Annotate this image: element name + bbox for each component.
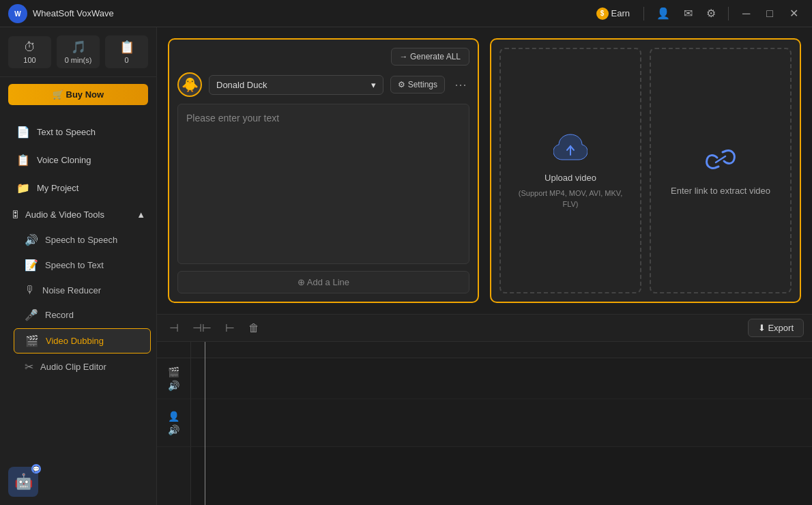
- more-options-button[interactable]: ⋯: [452, 76, 469, 93]
- track-video-icon[interactable]: 🎬: [168, 366, 179, 377]
- voice-dropdown[interactable]: Donald Duck ▾: [209, 75, 383, 95]
- sidebar-item-voice-cloning[interactable]: 📋 Voice Cloning: [5, 147, 151, 173]
- timeline-tool-split-mid[interactable]: ⊣⊢: [188, 319, 216, 337]
- tts-panel: → Generate ALL 🐥 Donald Duck ▾ ⚙ Setting…: [168, 38, 479, 303]
- sidebar-item-record[interactable]: 🎤 Record: [14, 303, 151, 327]
- speech-to-text-label: Speech to Text: [45, 260, 104, 270]
- account-icon-button[interactable]: 👤: [652, 4, 674, 23]
- projects-icon: 📋: [119, 40, 134, 55]
- earn-button[interactable]: $ Earn: [591, 5, 635, 23]
- video-dubbing-label: Video Dubbing: [46, 336, 104, 346]
- sidebar-stats: ⏱ 100 🎵 0 min(s) 📋 0: [0, 27, 156, 77]
- sidebar-item-video-dubbing[interactable]: 🎬 Video Dubbing: [14, 328, 151, 354]
- timeline-content: 🎬 🔊 👤 🔊: [157, 342, 812, 505]
- chevron-up-icon: ▲: [136, 210, 145, 220]
- app-title: WheatSoft VoxWave: [33, 8, 591, 18]
- chatbot-area[interactable]: 🤖 💬: [0, 459, 156, 505]
- content-top: → Generate ALL 🐥 Donald Duck ▾ ⚙ Setting…: [157, 27, 812, 314]
- sidebar-item-text-to-speech[interactable]: 📄 Text to Speech: [5, 119, 151, 145]
- voice-selector-row: 🐥 Donald Duck ▾ ⚙ Settings ⋯: [177, 72, 469, 97]
- minutes-icon: 🎵: [71, 40, 86, 55]
- sidebar-item-speech-to-text[interactable]: 📝 Speech to Text: [14, 253, 151, 277]
- text-input[interactable]: Please enter your text: [177, 104, 469, 264]
- mail-icon-button[interactable]: ✉: [680, 4, 697, 23]
- track-control-1: 🎬 🔊: [157, 358, 191, 399]
- buy-now-button[interactable]: 🛒 Buy Now: [8, 84, 148, 105]
- settings-icon-button[interactable]: ⚙: [702, 4, 720, 23]
- main-layout: ⏱ 100 🎵 0 min(s) 📋 0 🛒 Buy Now 📄 Text to…: [0, 27, 812, 505]
- tts-top-bar: → Generate ALL: [177, 48, 469, 66]
- audio-clip-editor-icon: ✂: [25, 360, 33, 373]
- text-to-speech-icon: 📄: [16, 126, 30, 139]
- credits-value: 100: [23, 56, 35, 64]
- credits-icon: ⏱: [24, 40, 36, 55]
- video-dubbing-icon: 🎬: [25, 334, 39, 347]
- upload-video-box[interactable]: Upload video (Support MP4, MOV, AVI, MKV…: [499, 48, 641, 293]
- speech-to-speech-label: Speech to Speech: [45, 235, 117, 245]
- my-project-label: My Project: [37, 183, 78, 193]
- settings-button[interactable]: ⚙ Settings: [390, 76, 445, 93]
- link-extract-box[interactable]: Enter link to extract video: [650, 48, 792, 293]
- avatar: 🐥: [177, 72, 202, 97]
- chatbot-icon: 🤖 💬: [8, 467, 38, 497]
- content-area: → Generate ALL 🐥 Donald Duck ▾ ⚙ Setting…: [157, 27, 812, 505]
- my-project-icon: 📁: [16, 182, 30, 194]
- track-control-2: 👤 🔊: [157, 399, 191, 447]
- record-label: Record: [45, 310, 74, 320]
- sidebar-item-audio-clip-editor[interactable]: ✂ Audio Clip Editor: [14, 355, 151, 379]
- svg-text:W: W: [14, 10, 21, 18]
- sidebar-item-noise-reducer[interactable]: 🎙 Noise Reducer: [14, 278, 151, 302]
- title-bar-controls: $ Earn 👤 ✉ ⚙ ─ □ ✕: [591, 4, 804, 23]
- stat-projects: 📋 0: [105, 35, 148, 68]
- link-text: Enter link to extract video: [671, 184, 770, 198]
- timeline-track-1: [191, 358, 812, 399]
- record-icon: 🎤: [25, 308, 38, 321]
- track-audio-icon[interactable]: 🔊: [168, 380, 179, 391]
- noise-reducer-label: Noise Reducer: [42, 285, 101, 295]
- avatar-emoji: 🐥: [182, 76, 199, 93]
- chevron-down-icon: ▾: [371, 80, 376, 90]
- audio-video-tools-section[interactable]: 🎛 Audio & Video Tools ▲: [0, 203, 156, 227]
- timeline-ruler: [191, 342, 812, 358]
- upload-text: Upload video (Support MP4, MOV, AVI, MKV…: [514, 171, 626, 210]
- noise-reducer-icon: 🎙: [25, 284, 35, 296]
- stat-credits: ⏱ 100: [8, 36, 51, 68]
- generate-all-button[interactable]: → Generate ALL: [391, 48, 469, 66]
- ruler-spacer: [157, 342, 190, 358]
- link-icon: [704, 144, 738, 177]
- voice-cloning-label: Voice Cloning: [37, 155, 91, 165]
- add-line-button[interactable]: ⊕ Add a Line: [177, 271, 469, 293]
- speech-to-speech-icon: 🔊: [25, 233, 38, 246]
- projects-value: 0: [124, 56, 128, 64]
- divider: [643, 7, 644, 20]
- timeline-area: ⊣ ⊣⊢ ⊢ 🗑 ⬇ Export 🎬 🔊 👤 🔊: [157, 314, 812, 505]
- stat-minutes: 🎵 0 min(s): [57, 35, 100, 68]
- export-button[interactable]: ⬇ Export: [748, 319, 804, 337]
- sidebar-item-speech-to-speech[interactable]: 🔊 Speech to Speech: [14, 228, 151, 252]
- sidebar: ⏱ 100 🎵 0 min(s) 📋 0 🛒 Buy Now 📄 Text to…: [0, 27, 157, 505]
- timeline-tracks: [191, 342, 812, 505]
- upload-panel: Upload video (Support MP4, MOV, AVI, MKV…: [490, 38, 801, 303]
- sidebar-nav: 📄 Text to Speech 📋 Voice Cloning 📁 My Pr…: [0, 112, 156, 386]
- coin-icon: $: [596, 8, 609, 20]
- timeline-delete-button[interactable]: 🗑: [244, 319, 263, 337]
- track-person-icon[interactable]: 👤: [168, 411, 179, 422]
- timeline-tool-split-right[interactable]: ⊢: [221, 319, 239, 337]
- timeline-toolbar: ⊣ ⊣⊢ ⊢ 🗑 ⬇ Export: [157, 315, 812, 342]
- playhead: [205, 342, 205, 505]
- maximize-button[interactable]: □: [761, 5, 779, 23]
- divider2: [728, 7, 729, 20]
- speech-to-text-icon: 📝: [25, 259, 38, 272]
- title-bar: W WheatSoft VoxWave $ Earn 👤 ✉ ⚙ ─ □ ✕: [0, 0, 812, 27]
- track-controls: 🎬 🔊 👤 🔊: [157, 342, 191, 505]
- audio-video-tools-icon: 🎛: [11, 210, 20, 220]
- track-wave-icon[interactable]: 🔊: [168, 424, 179, 435]
- close-button[interactable]: ✕: [784, 4, 804, 23]
- minimize-button[interactable]: ─: [737, 5, 755, 23]
- minutes-value: 0 min(s): [65, 56, 92, 64]
- timeline-tool-split-left[interactable]: ⊣: [165, 319, 183, 337]
- sidebar-item-my-project[interactable]: 📁 My Project: [5, 175, 151, 201]
- voice-cloning-icon: 📋: [16, 154, 30, 167]
- audio-video-tools-label: Audio & Video Tools: [25, 210, 104, 220]
- timeline-track-2: [191, 399, 812, 447]
